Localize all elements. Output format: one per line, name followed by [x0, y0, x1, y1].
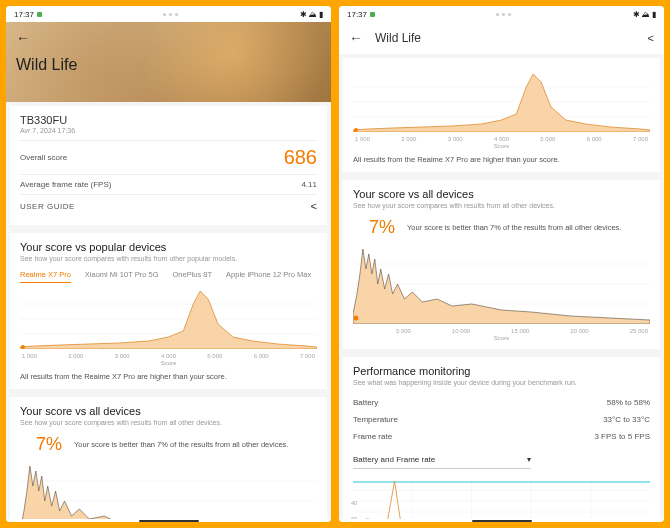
alldev-sub: See how your score compares with results… [20, 419, 317, 426]
popular-note: All results from the Realme X7 Pro are h… [353, 155, 650, 164]
hero-banner: ← Wild Life [6, 22, 331, 102]
svg-point-14 [354, 128, 358, 132]
status-right-icons: ✱ ⛰ ▮ [633, 10, 656, 19]
share-icon[interactable]: < [648, 32, 654, 44]
alldev-chart-2: 5 00010 00015 00020 00025 000 [353, 244, 650, 334]
score-card: TB330FU Avr 7, 2024 17:36 Overall score … [10, 106, 327, 225]
popular-note: All results from the Realme X7 Pro are h… [20, 372, 317, 381]
status-time: 17:37 [347, 10, 367, 19]
percentile-value: 7% [20, 434, 62, 455]
device-name: TB330FU [20, 114, 317, 126]
alldev-card: Your score vs all devices See how your s… [10, 397, 327, 519]
back-icon[interactable]: ← [349, 30, 363, 46]
page-title: Wild Life [16, 56, 321, 74]
status-time: 17:37 [14, 10, 34, 19]
share-icon[interactable]: < [311, 200, 317, 212]
status-bar: 17:37 ✱ ⛰ ▮ [6, 6, 331, 22]
popular-card-cont: 1 0002 0003 0004 0005 0006 0007 000 Scor… [343, 58, 660, 172]
popular-sub: See how your score compares with results… [20, 255, 317, 262]
svg-point-19 [353, 316, 358, 321]
nav-bar[interactable] [339, 519, 664, 522]
alldev-title: Your score vs all devices [353, 188, 650, 200]
run-date: Avr 7, 2024 17:36 [20, 127, 317, 134]
alldev-sub: See how your score compares with results… [353, 202, 650, 209]
perf-row-temp: Temperature33°C to 33°C [353, 411, 650, 428]
tab-realme[interactable]: Realme X7 Pro [20, 270, 71, 283]
overall-score-label: Overall score [20, 153, 67, 162]
popular-chart-2: 1 0002 0003 0004 0005 0006 0007 000 [353, 72, 650, 142]
status-right-icons: ✱ ⛰ ▮ [300, 10, 323, 19]
nav-bar[interactable] [6, 519, 331, 522]
page-title: Wild Life [375, 31, 636, 45]
popular-chart: 1 0002 0003 0004 0005 0006 0007 000 [20, 289, 317, 359]
title-bar: ← Wild Life < [339, 22, 664, 54]
overall-score-value: 686 [284, 146, 317, 169]
perf-row-battery: Battery58% to 58% [353, 394, 650, 411]
tab-xiaomi[interactable]: Xiaomi Mi 10T Pro 5G [85, 270, 159, 283]
percentile-text: Your score is better than 7% of the resu… [407, 223, 650, 232]
perf-row-fps: Frame rate3 FPS to 5 FPS [353, 428, 650, 445]
perfmon-title: Performance monitoring [353, 365, 650, 377]
screen-right: 17:37 ✱ ⛰ ▮ ← Wild Life < 1 0002 0003 00… [339, 6, 664, 522]
tab-oneplus[interactable]: OnePlus 8T [173, 270, 213, 283]
fps-label: Average frame rate (FPS) [20, 180, 111, 189]
perfmon-chart: 60 40 1020304050 [353, 479, 650, 519]
metric-select[interactable]: Battery and Frame rate ▾ [353, 451, 531, 469]
status-bar: 17:37 ✱ ⛰ ▮ [339, 6, 664, 22]
percentile-text: Your score is better than 7% of the resu… [74, 440, 317, 449]
alldev-card-2: Your score vs all devices See how your s… [343, 180, 660, 349]
popular-card: Your score vs popular devices See how yo… [10, 233, 327, 389]
perfmon-sub: See what was happening inside your devic… [353, 379, 650, 386]
fps-value: 4.11 [301, 180, 317, 189]
back-icon[interactable]: ← [16, 30, 321, 46]
x-axis-label: Score [20, 360, 317, 366]
alldev-chart: 5 00010 00015 00020 00025 000 [20, 461, 317, 519]
screen-left: 17:37 ✱ ⛰ ▮ ← Wild Life TB330FU Avr 7, 2… [6, 6, 331, 522]
alldev-title: Your score vs all devices [20, 405, 317, 417]
tab-iphone[interactable]: Apple iPhone 12 Pro Max [226, 270, 311, 283]
svg-point-4 [21, 345, 25, 349]
device-tabs[interactable]: Realme X7 Pro Xiaomi Mi 10T Pro 5G OnePl… [20, 270, 317, 283]
popular-title: Your score vs popular devices [20, 241, 317, 253]
chevron-down-icon: ▾ [527, 455, 531, 464]
user-guide-link[interactable]: USER GUIDE [20, 202, 75, 211]
percentile-value: 7% [353, 217, 395, 238]
perfmon-card: Performance monitoring See what was happ… [343, 357, 660, 519]
